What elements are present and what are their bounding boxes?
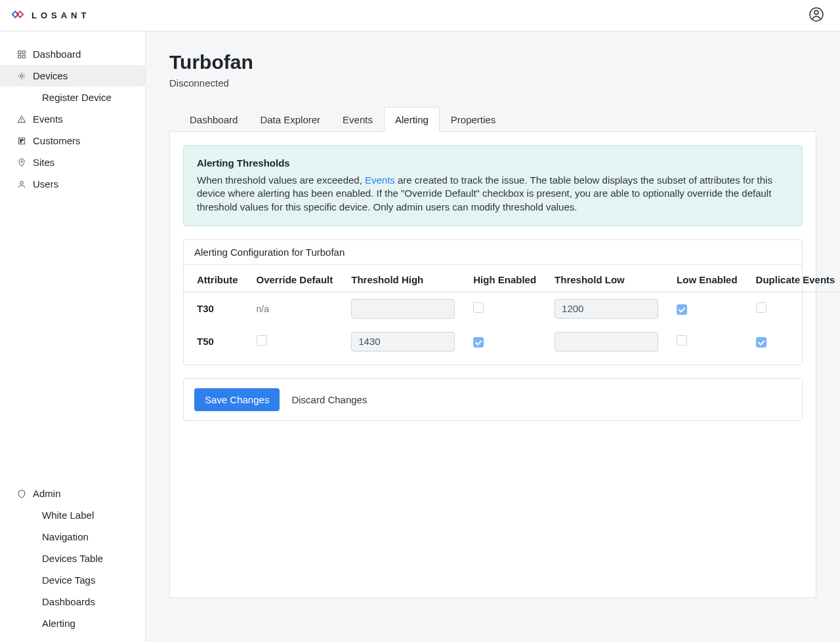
sidebar-item-users[interactable]: Users <box>0 173 145 195</box>
tab-alerting[interactable]: Alerting <box>384 107 440 132</box>
topbar: LOSANT <box>0 0 840 31</box>
svg-point-14 <box>20 181 24 184</box>
sidebar-label: Customers <box>33 135 81 146</box>
svg-rect-3 <box>22 50 25 53</box>
tab-dashboard[interactable]: Dashboard <box>178 107 249 132</box>
user-avatar-icon[interactable] <box>808 7 824 24</box>
duplicate-events-checkbox[interactable] <box>756 337 766 348</box>
sidebar: Dashboard Devices Register Device Events… <box>0 31 146 642</box>
low-enabled-checkbox[interactable] <box>677 335 687 346</box>
high-enabled-checkbox[interactable] <box>473 302 484 313</box>
tabs: Dashboard Data Explorer Events Alerting … <box>169 107 816 132</box>
devices-icon <box>17 71 26 81</box>
col-attribute: Attribute <box>184 265 247 292</box>
high-enabled-checkbox[interactable] <box>473 337 484 348</box>
sidebar-item-devices[interactable]: Devices <box>0 65 145 87</box>
tab-properties[interactable]: Properties <box>440 107 507 132</box>
sidebar-sub-navigation[interactable]: Navigation <box>0 526 145 548</box>
alerting-info-box: Alerting Thresholds When threshold value… <box>183 145 803 226</box>
alerting-config-card: Alerting Configuration for Turbofan Attr… <box>183 239 803 365</box>
sites-icon <box>17 158 26 167</box>
sidebar-sub-device-tags[interactable]: Device Tags <box>0 569 145 591</box>
svg-rect-10 <box>20 139 22 140</box>
svg-rect-12 <box>20 141 22 142</box>
override-na: n/a <box>257 304 269 314</box>
users-icon <box>17 180 26 189</box>
brand-name: LOSANT <box>32 10 90 20</box>
tab-events[interactable]: Events <box>331 107 384 132</box>
info-title: Alerting Thresholds <box>197 157 789 169</box>
threshold-low-input[interactable] <box>555 299 658 319</box>
sidebar-label: Users <box>33 178 58 190</box>
threshold-high-input[interactable] <box>351 332 455 351</box>
customers-icon <box>17 136 26 146</box>
col-th-low: Threshold Low <box>545 265 667 292</box>
sidebar-label: Sites <box>33 157 54 168</box>
page-title: Turbofan <box>169 51 816 73</box>
alerting-panel: Alerting Thresholds When threshold value… <box>169 131 816 598</box>
col-low-enabled: Low Enabled <box>667 265 747 292</box>
svg-rect-5 <box>22 55 25 58</box>
sidebar-sub-register-device[interactable]: Register Device <box>0 87 145 108</box>
col-high-enabled: High Enabled <box>464 265 545 292</box>
svg-point-13 <box>21 161 22 162</box>
svg-rect-11 <box>22 139 24 140</box>
override-default-checkbox[interactable] <box>257 335 267 346</box>
discard-button[interactable]: Discard Changes <box>291 394 367 405</box>
sidebar-item-dashboard[interactable]: Dashboard <box>0 43 145 65</box>
sidebar-sub-dashboards[interactable]: Dashboards <box>0 591 145 612</box>
col-duplicate: Duplicate Events <box>747 265 840 292</box>
svg-point-8 <box>22 121 22 121</box>
svg-rect-4 <box>18 55 21 58</box>
actions-card: Save Changes Discard Changes <box>183 378 803 421</box>
table-row: T50 <box>184 325 840 358</box>
save-button[interactable]: Save Changes <box>194 388 280 411</box>
sidebar-label: Admin <box>33 488 61 499</box>
events-link[interactable]: Events <box>365 174 395 186</box>
sidebar-sub-white-label[interactable]: White Label <box>0 504 145 526</box>
svg-point-1 <box>814 10 818 14</box>
main-content: Turbofan Disconnected Dashboard Data Exp… <box>146 31 840 642</box>
sidebar-sub-devices-table[interactable]: Devices Table <box>0 548 145 569</box>
info-text: When threshold values are exceeded, Even… <box>197 174 789 214</box>
table-row: T30 n/a <box>184 292 840 325</box>
events-icon <box>17 115 26 124</box>
attr-name: T30 <box>184 292 247 325</box>
sidebar-item-customers[interactable]: Customers <box>0 130 145 151</box>
sidebar-label: Dashboard <box>33 49 81 60</box>
alerting-table: Attribute Override Default Threshold Hig… <box>184 265 840 358</box>
sidebar-item-admin[interactable]: Admin <box>0 483 145 504</box>
svg-point-6 <box>20 75 23 77</box>
threshold-low-input[interactable] <box>555 332 658 351</box>
sidebar-sub-alerting[interactable]: Alerting <box>0 612 145 634</box>
sidebar-label: Events <box>33 113 63 125</box>
admin-icon <box>17 489 26 498</box>
logo-icon <box>10 7 25 24</box>
attr-name: T50 <box>184 325 247 358</box>
page-status: Disconnected <box>169 77 816 89</box>
brand-logo[interactable]: LOSANT <box>10 7 90 24</box>
sidebar-item-events[interactable]: Events <box>0 108 145 130</box>
svg-rect-9 <box>18 138 24 144</box>
dashboard-icon <box>17 50 26 59</box>
svg-rect-2 <box>18 50 21 53</box>
tab-data-explorer[interactable]: Data Explorer <box>249 107 331 132</box>
col-th-high: Threshold High <box>342 265 464 292</box>
col-override: Override Default <box>247 265 343 292</box>
low-enabled-checkbox[interactable] <box>677 304 687 315</box>
sidebar-label: Devices <box>33 70 68 81</box>
duplicate-events-checkbox[interactable] <box>756 302 766 313</box>
card-title: Alerting Configuration for Turbofan <box>184 240 802 265</box>
sidebar-item-sites[interactable]: Sites <box>0 151 145 173</box>
threshold-high-input[interactable] <box>351 299 455 319</box>
